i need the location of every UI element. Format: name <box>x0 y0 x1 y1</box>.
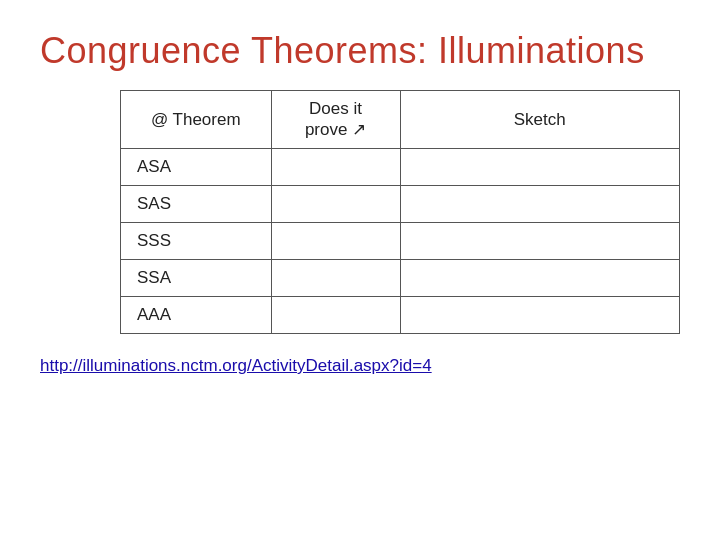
table-cell-1-1 <box>271 186 400 223</box>
col-header-sketch: Sketch <box>400 91 680 149</box>
table-row: SSA <box>121 260 680 297</box>
table-row: SAS <box>121 186 680 223</box>
table-cell-4-2 <box>400 297 680 334</box>
table-row: ASA <box>121 149 680 186</box>
table-cell-3-1 <box>271 260 400 297</box>
theorems-table: @ Theorem Does itprove ↗ Sketch ASASASSS… <box>120 90 680 334</box>
illuminations-link[interactable]: http://illuminations.nctm.org/ActivityDe… <box>40 356 680 376</box>
table-cell-2-1 <box>271 223 400 260</box>
col-header-theorem: @ Theorem <box>121 91 272 149</box>
table-cell-0-2 <box>400 149 680 186</box>
page-title: Congruence Theorems: Illuminations <box>40 30 680 72</box>
table-cell-4-1 <box>271 297 400 334</box>
table-cell-1-2 <box>400 186 680 223</box>
col-header-prove: Does itprove ↗ <box>271 91 400 149</box>
table-row: SSS <box>121 223 680 260</box>
table-cell-3-2 <box>400 260 680 297</box>
table-cell-1-0: SAS <box>121 186 272 223</box>
page: Congruence Theorems: Illuminations @ The… <box>0 0 720 540</box>
table-cell-2-2 <box>400 223 680 260</box>
table-wrapper: @ Theorem Does itprove ↗ Sketch ASASASSS… <box>120 90 680 334</box>
table-body: ASASASSSSSSAAAA <box>121 149 680 334</box>
table-cell-4-0: AAA <box>121 297 272 334</box>
table-cell-0-0: ASA <box>121 149 272 186</box>
table-cell-2-0: SSS <box>121 223 272 260</box>
table-row: AAA <box>121 297 680 334</box>
table-header-row: @ Theorem Does itprove ↗ Sketch <box>121 91 680 149</box>
table-cell-3-0: SSA <box>121 260 272 297</box>
table-cell-0-1 <box>271 149 400 186</box>
